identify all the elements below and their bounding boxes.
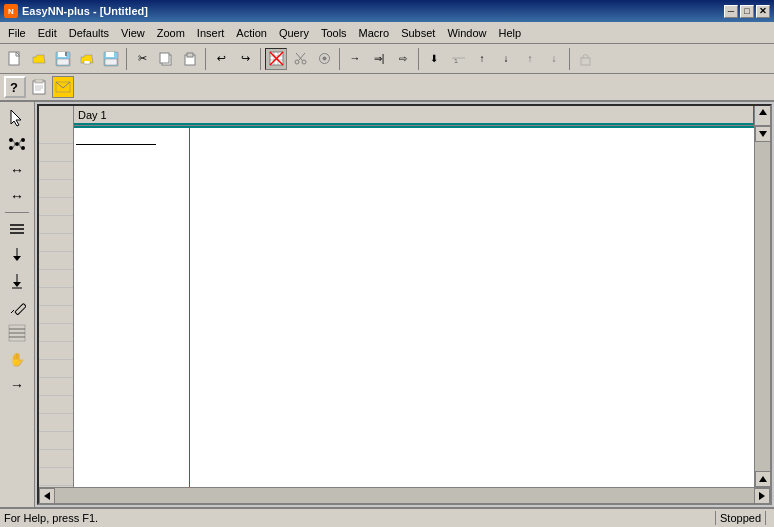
sidebar-select[interactable]: [4, 106, 30, 130]
title-bar-controls[interactable]: ─ □ ✕: [724, 5, 770, 18]
svg-point-40: [21, 138, 25, 142]
save2-button[interactable]: [100, 48, 122, 70]
sidebar-arrow-down[interactable]: [4, 243, 30, 267]
close-button[interactable]: ✕: [756, 5, 770, 18]
svg-point-25: [322, 57, 326, 61]
row-num-14: [39, 360, 73, 378]
window-title: EasyNN-plus - [Untitled]: [22, 5, 148, 17]
svg-point-21: [302, 60, 306, 64]
row-numbers: [39, 126, 74, 487]
sidebar-pencil[interactable]: [4, 295, 30, 319]
menu-insert[interactable]: Insert: [191, 25, 231, 41]
content-area: Day 1: [35, 102, 774, 507]
arrow-up2-button[interactable]: ↑: [519, 48, 541, 70]
title-bar: N EasyNN-plus - [Untitled] ─ □ ✕: [0, 0, 774, 22]
row-num-15: [39, 378, 73, 396]
menu-edit[interactable]: Edit: [32, 25, 63, 41]
bottom-scrollbar[interactable]: [39, 487, 770, 503]
help-button[interactable]: ?: [4, 76, 26, 98]
vscroll-up[interactable]: [754, 106, 770, 125]
arrow-right2-button[interactable]: ⇒|: [368, 48, 390, 70]
svg-rect-10: [160, 53, 169, 63]
col-header-day1-label: Day 1: [78, 109, 107, 121]
status-state: Stopped: [720, 512, 761, 524]
svg-text:₁: ₁: [454, 54, 458, 65]
restore-button[interactable]: □: [740, 5, 754, 18]
sidebar-arrow-lr2[interactable]: ↔: [4, 184, 30, 208]
svg-marker-50: [13, 256, 21, 261]
lock-button[interactable]: [574, 48, 596, 70]
sidebar-arrow-down2[interactable]: [4, 269, 30, 293]
svg-marker-64: [759, 492, 765, 500]
num1-button[interactable]: ₁: [447, 48, 469, 70]
row-num-17: [39, 414, 73, 432]
copy-button[interactable]: [155, 48, 177, 70]
arrow-up-button[interactable]: ↑: [471, 48, 493, 70]
save-button[interactable]: [52, 48, 74, 70]
menu-zoom[interactable]: Zoom: [151, 25, 191, 41]
open2-button[interactable]: [76, 48, 98, 70]
arrow-down-button[interactable]: ⬇: [423, 48, 445, 70]
svg-marker-36: [11, 110, 21, 126]
grid-content[interactable]: [74, 126, 754, 487]
vscroll-down-btn[interactable]: [755, 126, 770, 142]
arrow-down3-button[interactable]: ↓: [543, 48, 565, 70]
menu-defaults[interactable]: Defaults: [63, 25, 115, 41]
grid-area: [39, 126, 770, 487]
svg-line-44: [19, 140, 21, 144]
email-button[interactable]: [52, 76, 74, 98]
menu-help[interactable]: Help: [493, 25, 528, 41]
toolbar2: ?: [0, 74, 774, 102]
row-num-8: [39, 252, 73, 270]
scissors-button[interactable]: [289, 48, 311, 70]
sidebar-neural[interactable]: [4, 132, 30, 156]
grid-button[interactable]: [265, 48, 287, 70]
hscroll-right-btn[interactable]: [754, 488, 770, 504]
minimize-button[interactable]: ─: [724, 5, 738, 18]
hscroll-track[interactable]: [55, 488, 754, 503]
hscroll-left-btn[interactable]: [39, 488, 55, 504]
app-icon: N: [4, 4, 18, 18]
new-button[interactable]: [4, 48, 26, 70]
arrow-right3-button[interactable]: ⇨: [392, 48, 414, 70]
sidebar-hand[interactable]: ✋: [4, 347, 30, 371]
vscroll-track[interactable]: [755, 142, 770, 471]
arrow-right-button[interactable]: →: [344, 48, 366, 70]
svg-rect-31: [35, 79, 43, 83]
menu-query[interactable]: Query: [273, 25, 315, 41]
status-separator: [715, 511, 716, 525]
menu-tools[interactable]: Tools: [315, 25, 353, 41]
open-button[interactable]: [28, 48, 50, 70]
status-help-text: For Help, press F1.: [4, 512, 98, 524]
sidebar-lines[interactable]: [4, 321, 30, 345]
svg-text:?: ?: [10, 80, 18, 95]
svg-rect-54: [15, 303, 26, 314]
cut-button[interactable]: ✂: [131, 48, 153, 70]
sidebar-layers[interactable]: [4, 217, 30, 241]
svg-point-41: [21, 146, 25, 150]
note-button[interactable]: [28, 76, 50, 98]
paste-button[interactable]: [179, 48, 201, 70]
menu-window[interactable]: Window: [441, 25, 492, 41]
circle-button[interactable]: [313, 48, 335, 70]
row-num-5: [39, 198, 73, 216]
right-scrollbar[interactable]: [754, 126, 770, 487]
menu-macro[interactable]: Macro: [353, 25, 396, 41]
svg-marker-62: [759, 476, 767, 482]
sidebar-arrow-right[interactable]: →: [4, 373, 30, 397]
row-num-9: [39, 270, 73, 288]
col-header-day1: Day 1: [74, 106, 754, 125]
menu-view[interactable]: View: [115, 25, 151, 41]
arrow-down2-button[interactable]: ↓: [495, 48, 517, 70]
undo-button[interactable]: ↪: [210, 48, 232, 70]
menu-action[interactable]: Action: [230, 25, 273, 41]
row-num-1: [39, 126, 73, 144]
row-num-13: [39, 342, 73, 360]
redo-button[interactable]: ↪: [234, 48, 256, 70]
row-num-7: [39, 234, 73, 252]
menu-file[interactable]: File: [2, 25, 32, 41]
sidebar-arrow-lr[interactable]: ↔: [4, 158, 30, 182]
svg-line-55: [11, 310, 14, 313]
menu-subset[interactable]: Subset: [395, 25, 441, 41]
vscroll-up-btn[interactable]: [755, 471, 770, 487]
